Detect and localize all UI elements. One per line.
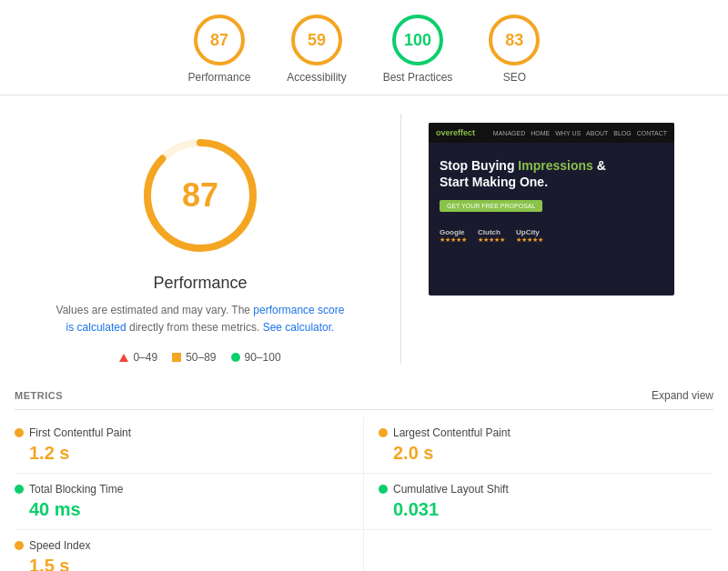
metric-value-si: 1.5 s: [15, 556, 349, 571]
preview-nav-links: MANAGED HOME WHY US ABOUT BLOG CONTACT: [493, 130, 667, 136]
score-legend: 0–49 50–89 90–100: [119, 351, 280, 364]
metric-item-fcp: First Contentful Paint 1.2 s: [15, 417, 364, 474]
perf-description: Values are estimated and may vary. The p…: [55, 302, 346, 336]
metrics-title: METRICS: [15, 390, 63, 401]
metric-item-si: Speed Index 1.5 s: [15, 530, 364, 571]
score-item-seo: 83 SEO: [489, 15, 540, 84]
big-score-value: 87: [182, 176, 218, 215]
score-value-accessibility: 59: [308, 31, 326, 50]
vertical-divider: [400, 114, 401, 364]
score-value-best-practices: 100: [404, 31, 431, 50]
metric-value-tbt: 40 ms: [15, 499, 349, 520]
desc-text: Values are estimated and may vary. The: [56, 304, 254, 316]
metrics-header: METRICS Expand view: [15, 382, 713, 410]
metric-header-fcp: First Contentful Paint: [15, 426, 349, 439]
metric-item-tbt: Total Blocking Time 40 ms: [15, 474, 364, 530]
metric-name-cls: Cumulative Layout Shift: [393, 483, 509, 496]
metric-header-cls: Cumulative Layout Shift: [379, 483, 699, 496]
metric-item-cls: Cumulative Layout Shift 0.031: [364, 474, 713, 530]
score-label-performance: Performance: [188, 71, 251, 84]
metric-name-tbt: Total Blocking Time: [29, 483, 123, 496]
legend-range-green: 90–100: [245, 351, 281, 364]
metric-header-tbt: Total Blocking Time: [15, 483, 349, 496]
upcity-badge: UpCity ★★★★★: [516, 228, 543, 244]
metric-name-fcp: First Contentful Paint: [29, 426, 131, 439]
desc-mid: directly from these metrics.: [126, 321, 263, 334]
preview-hero: Stop Buying Impressions &Start Making On…: [429, 143, 674, 251]
metric-dot-si: [15, 541, 24, 550]
calculator-link[interactable]: See calculator.: [263, 321, 335, 334]
metric-value-cls: 0.031: [379, 499, 699, 520]
metric-header-si: Speed Index: [15, 539, 349, 552]
preview-logo-badges: Google ★★★★★ Clutch ★★★★★ UpCity ★★★★★: [440, 228, 663, 244]
score-item-performance: 87 Performance: [188, 15, 251, 84]
metric-value-fcp: 1.2 s: [15, 443, 349, 464]
metric-name-lcp: Largest Contentful Paint: [393, 426, 511, 439]
metric-dot-cls: [379, 485, 388, 494]
scores-bar: 87 Performance 59 Accessibility 100 Best…: [0, 0, 728, 95]
metrics-section: METRICS Expand view First Contentful Pai…: [0, 382, 728, 571]
google-badge: Google ★★★★★: [440, 228, 467, 244]
main-content: 87 Performance Values are estimated and …: [0, 95, 728, 382]
big-score-circle-container: 87: [136, 132, 264, 259]
legend-dot-icon: [231, 353, 240, 362]
preview-nav: overeffect MANAGED HOME WHY US ABOUT BLO…: [429, 123, 674, 143]
left-panel: 87 Performance Values are estimated and …: [27, 114, 373, 364]
legend-range-red: 0–49: [133, 351, 157, 364]
score-item-best-practices: 100 Best Practices: [383, 15, 453, 84]
score-circle-performance: 87: [194, 15, 245, 65]
score-label-seo: SEO: [503, 71, 526, 84]
metric-header-lcp: Largest Contentful Paint: [379, 426, 699, 439]
metric-value-lcp: 2.0 s: [379, 443, 699, 464]
score-value-performance: 87: [210, 31, 228, 50]
metric-dot-fcp: [15, 428, 24, 437]
headline-highlight: Impressions: [518, 158, 592, 173]
website-preview: overeffect MANAGED HOME WHY US ABOUT BLO…: [429, 123, 674, 296]
metric-dot-tbt: [15, 485, 24, 494]
performance-title: Performance: [153, 274, 247, 293]
legend-item-orange: 50–89: [172, 351, 216, 364]
metrics-grid: First Contentful Paint 1.2 s Largest Con…: [15, 417, 713, 571]
score-value-seo: 83: [505, 31, 523, 50]
score-label-best-practices: Best Practices: [383, 71, 453, 84]
score-circle-best-practices: 100: [392, 15, 443, 65]
metric-item-lcp: Largest Contentful Paint 2.0 s: [364, 417, 713, 474]
legend-range-orange: 50–89: [186, 351, 216, 364]
clutch-badge: Clutch ★★★★★: [478, 228, 505, 244]
legend-square-icon: [172, 353, 181, 362]
right-panel: overeffect MANAGED HOME WHY US ABOUT BLO…: [429, 114, 701, 364]
expand-view-button[interactable]: Expand view: [652, 389, 713, 402]
score-circle-seo: 83: [489, 15, 540, 65]
metric-dot-lcp: [379, 428, 388, 437]
metric-name-si: Speed Index: [29, 539, 90, 552]
score-circle-accessibility: 59: [291, 15, 342, 65]
legend-item-green: 90–100: [231, 351, 281, 364]
preview-logo-text: overeffect: [436, 128, 475, 137]
preview-cta-button: GET YOUR FREE PROPOSAL: [440, 200, 542, 212]
legend-triangle-icon: [119, 354, 128, 362]
preview-headline: Stop Buying Impressions &Start Making On…: [440, 157, 663, 190]
score-item-accessibility: 59 Accessibility: [287, 15, 346, 84]
score-label-accessibility: Accessibility: [287, 71, 346, 84]
legend-item-red: 0–49: [119, 351, 157, 364]
